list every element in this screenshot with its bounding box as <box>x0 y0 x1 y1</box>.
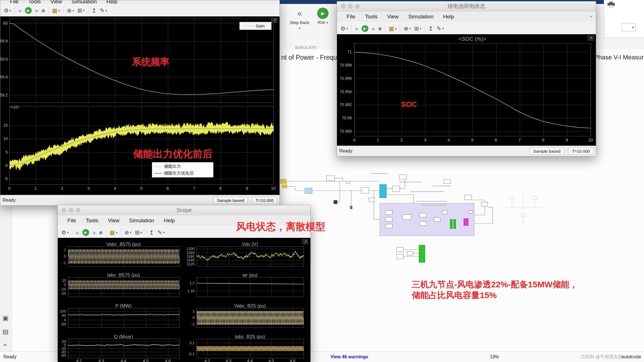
simulink-block[interactable] <box>442 210 447 214</box>
dropdown-arrow[interactable]: ▾ <box>622 23 636 31</box>
run-button[interactable]: ▶ Run ▾ <box>312 7 334 25</box>
simulink-block[interactable] <box>419 221 427 226</box>
step-back-icon[interactable]: « <box>18 7 21 14</box>
menu-overflow-icon[interactable]: ▾ <box>590 15 592 19</box>
y-tick-label: 70.992 <box>340 102 352 107</box>
run-icon[interactable]: ▶ <box>25 7 32 14</box>
close-button[interactable] <box>341 4 346 8</box>
trigger-icon[interactable]: ↥ <box>428 25 433 32</box>
simulink-block[interactable] <box>392 186 400 192</box>
menu-file[interactable]: File <box>10 0 19 4</box>
simulink-block[interactable] <box>469 210 473 214</box>
zoom-icon[interactable]: ⊕▾ <box>404 25 411 32</box>
simulink-block[interactable] <box>510 196 514 199</box>
scale-axes-icon[interactable]: ⊞▾ <box>135 229 142 236</box>
trigger-icon[interactable]: ↥ <box>149 229 154 236</box>
simulink-block[interactable] <box>407 251 413 255</box>
close-button[interactable] <box>62 208 66 212</box>
menu-tools[interactable]: Tools <box>86 217 98 224</box>
step-forward-icon[interactable]: » <box>372 25 375 32</box>
annotation-palette-icon[interactable]: ▣ <box>3 314 8 322</box>
scale-axes-icon[interactable]: ⊞▾ <box>78 7 85 14</box>
simulink-block[interactable] <box>464 218 468 226</box>
step-forward-icon[interactable]: » <box>93 229 96 236</box>
run-icon[interactable]: ▶ <box>362 25 368 32</box>
measurements-icon[interactable]: ✎▾ <box>100 7 107 14</box>
menu-help[interactable]: Help <box>443 14 454 20</box>
simulink-block[interactable] <box>419 245 425 262</box>
simulink-block[interactable] <box>434 217 440 222</box>
menu-view[interactable]: View <box>387 14 399 20</box>
simulink-block[interactable] <box>282 185 287 188</box>
simulink-block[interactable] <box>369 198 375 202</box>
measurements-icon[interactable]: ✎▾ <box>157 229 165 236</box>
simulink-block[interactable] <box>326 176 335 181</box>
zoom-button[interactable] <box>76 208 80 212</box>
subplot-y-axis: 10-1 <box>186 308 196 327</box>
stop-icon[interactable]: ■ <box>42 7 45 14</box>
simulink-block[interactable] <box>379 184 387 198</box>
simulink-block[interactable] <box>481 202 488 206</box>
simulink-block[interactable] <box>521 214 526 217</box>
stop-icon[interactable]: ■ <box>378 25 382 32</box>
simulink-block[interactable] <box>399 174 407 179</box>
simulink-block[interactable] <box>419 213 427 217</box>
simulink-block[interactable] <box>346 181 349 184</box>
simulink-block[interactable] <box>396 254 404 259</box>
simulink-block[interactable] <box>532 196 537 199</box>
menu-help[interactable]: Help <box>106 0 118 4</box>
layout-icon[interactable]: ▦▾ <box>52 7 60 14</box>
zoom-icon[interactable]: ⊕▾ <box>124 229 131 236</box>
undock-icon[interactable]: ↗ <box>272 18 277 23</box>
scale-axes-icon[interactable]: ⊞▾ <box>414 25 421 32</box>
simulink-block[interactable] <box>305 188 312 194</box>
step-back-icon[interactable]: « <box>355 25 358 32</box>
simulink-block[interactable] <box>334 200 337 204</box>
undock-icon[interactable]: ↗ <box>588 36 594 40</box>
simulink-block[interactable] <box>450 219 453 229</box>
menu-simulation[interactable]: Simulation <box>129 217 154 224</box>
menu-simulation[interactable]: Simulation <box>408 14 434 20</box>
simulink-block[interactable] <box>396 247 404 252</box>
menu-file[interactable]: File <box>67 217 76 224</box>
run-icon[interactable]: ▶ <box>82 229 89 236</box>
menu-tools[interactable]: Tools <box>28 0 41 4</box>
expand-palette-icon[interactable]: » <box>3 341 7 348</box>
trigger-icon[interactable]: ↥ <box>92 7 97 14</box>
zoom-button[interactable] <box>355 4 360 8</box>
menu-tools[interactable]: Tools <box>365 14 378 20</box>
settings-icon[interactable]: ⚙▾ <box>4 7 11 14</box>
print-icon[interactable] <box>607 2 615 8</box>
simulink-block[interactable] <box>350 206 352 209</box>
menu-view[interactable]: View <box>108 217 120 224</box>
menu-simulation[interactable]: Simulation <box>72 0 97 4</box>
settings-icon[interactable]: ⚙▾ <box>340 25 348 32</box>
screenshot-palette-icon[interactable]: ▤ <box>3 328 8 335</box>
undock-icon[interactable]: ↗ <box>302 239 308 244</box>
simulink-block[interactable] <box>464 195 472 200</box>
simulink-block[interactable] <box>280 179 287 184</box>
step-forward-icon[interactable]: » <box>35 7 38 14</box>
simulink-block[interactable] <box>443 179 451 184</box>
simulink-block[interactable] <box>380 203 474 236</box>
simulink-block[interactable] <box>385 224 393 228</box>
simulink-block[interactable] <box>402 214 411 220</box>
simulink-block[interactable] <box>385 217 393 221</box>
menu-view[interactable]: View <box>50 0 62 4</box>
step-back-icon[interactable]: « <box>76 229 79 236</box>
menu-file[interactable]: File <box>347 14 355 20</box>
simulink-block[interactable] <box>385 210 393 215</box>
measurements-icon[interactable]: ✎▾ <box>437 25 444 32</box>
minimize-button[interactable] <box>348 4 353 8</box>
layout-icon[interactable]: ▦▾ <box>110 229 117 236</box>
step-back-button[interactable]: « Step Back ▾ <box>289 7 310 31</box>
warnings-link[interactable]: View 46 warnings <box>330 354 368 359</box>
minimize-button[interactable] <box>69 208 73 212</box>
simulink-block[interactable] <box>361 188 369 193</box>
layout-icon[interactable]: ▦▾ <box>389 25 396 32</box>
zoom-icon[interactable]: ⊕▾ <box>67 7 74 14</box>
simulink-block[interactable] <box>453 219 456 229</box>
menu-help[interactable]: Help <box>164 217 175 224</box>
settings-icon[interactable]: ⚙▾ <box>61 229 69 236</box>
stop-icon[interactable]: ■ <box>99 229 103 236</box>
